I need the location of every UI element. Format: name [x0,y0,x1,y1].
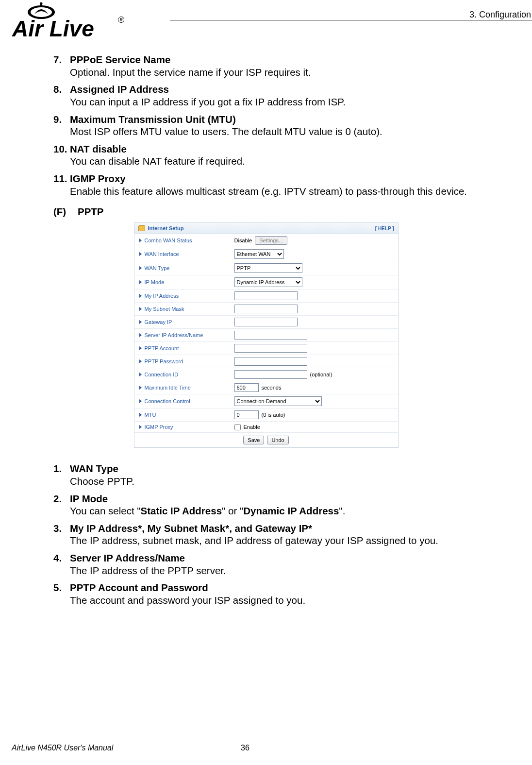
airlive-logo: Air Live ® [12,2,163,45]
chevron-right-icon [139,238,142,242]
item-body: The account and password your ISP assign… [53,594,479,607]
row-connctrl: Connection Control Connect-on-Demand [134,394,398,408]
chevron-right-icon [139,359,142,363]
item-title: Server IP Address/Name [70,552,185,563]
account-input[interactable] [234,344,307,353]
row-wan-type: WAN Type PPTP [134,261,398,275]
chevron-right-icon [139,294,142,298]
chevron-right-icon [139,413,142,417]
folder-icon [138,225,145,231]
item-number: 3. [53,522,70,535]
chevron-right-icon [139,386,142,390]
item-number: 5. [53,581,70,594]
wan-interface-select[interactable]: Ethernet WAN [234,249,284,259]
chevron-right-icon [139,252,142,256]
help-link[interactable]: [ HELP ] [375,226,394,231]
row-gateway: Gateway IP [134,316,398,329]
gateway-input[interactable] [234,318,298,326]
item-number: 1. [53,462,70,475]
list-item: 7.PPPoE Service NameOptional. Input the … [53,53,479,78]
connid-input[interactable] [234,370,307,379]
item-title: PPPoE Service Name [70,54,170,65]
combo-wan-status-text: Disable [234,238,252,243]
optional-label: (optional) [310,372,332,377]
wan-type-select[interactable]: PPTP [234,263,302,273]
header-rule [170,20,532,21]
list-item: 8.Assigned IP AddressYou can input a IP … [53,83,479,108]
server-input[interactable] [234,331,307,340]
item-number: 11. [53,172,70,185]
item-body: Most ISP offers MTU value to users. The … [53,125,479,138]
svg-text:®: ® [118,15,124,25]
footer-left: AirLive N450R User's Manual [12,744,113,752]
panel-footer: Save Undo [134,433,398,447]
mtu-hint: (0 is auto) [262,412,285,418]
panel-header: Internet Setup [ HELP ] [134,223,398,234]
item-title: My IP Address*, My Subnet Mask*, and Gat… [70,523,312,534]
seconds-label: seconds [262,385,282,391]
row-idle: Maximum Idle Time seconds [134,381,398,394]
row-password: PPTP Password [134,355,398,368]
list-item: 1.WAN TypeChoose PPTP. [53,462,479,487]
undo-button[interactable]: Undo [267,436,288,444]
chevron-right-icon [139,425,142,429]
row-combo-wan: Combo WAN Status Disable Settings... [134,234,398,247]
svg-rect-0 [40,4,42,7]
row-ip-mode: IP Mode Dynamic IP Address [134,275,398,289]
section-f-heading: (F)PPTP [53,206,479,218]
chevron-right-icon [139,280,142,284]
item-number: 9. [53,113,70,126]
item-number: 4. [53,552,70,564]
item-number: 8. [53,83,70,96]
chevron-right-icon [139,320,142,324]
password-input[interactable] [234,357,307,366]
row-account: PPTP Account [134,342,398,355]
item-title: IP Mode [70,493,108,504]
figure-wrap: Internet Setup [ HELP ] Combo WAN Status… [53,222,479,448]
my-mask-input[interactable] [234,305,298,313]
numbered-list-a: 7.PPPoE Service NameOptional. Input the … [53,53,479,197]
enable-label: Enable [244,424,260,430]
item-title: IGMP Proxy [70,173,126,184]
igmp-checkbox[interactable] [234,424,241,430]
idle-input[interactable] [234,383,259,392]
section-tag: 3. Configuration [469,10,531,20]
page-footer: AirLive N450R User's Manual 36 [12,744,479,752]
item-body: You can disable NAT feature if required. [53,155,479,168]
item-number: 10. [53,143,70,155]
list-item: 5.PPTP Account and PasswordThe account a… [53,581,479,606]
item-body: You can select "Static IP Address" or "D… [53,505,479,517]
item-body: Optional. Input the service name if your… [53,66,479,79]
list-item: 4.Server IP Address/NameThe IP address o… [53,552,479,577]
save-button[interactable]: Save [243,436,264,444]
ip-mode-select[interactable]: Dynamic IP Address [234,277,302,287]
item-title: PPTP Account and Password [70,582,208,593]
chevron-right-icon [139,373,142,376]
my-ip-input[interactable] [234,291,298,300]
item-body: Enable this feature allows multicast str… [53,185,479,198]
settings-button[interactable]: Settings... [255,236,287,245]
item-number: 7. [53,53,70,66]
row-my-mask: My Subnet Mask [134,303,398,316]
chevron-right-icon [139,399,142,403]
chevron-right-icon [139,333,142,337]
connctrl-select[interactable]: Connect-on-Demand [234,396,322,406]
list-item: 2.IP ModeYou can select "Static IP Addre… [53,493,479,517]
item-body: The IP address of the PPTP server. [53,564,479,577]
mtu-input[interactable] [234,410,259,419]
item-title: Maximum Transmission Unit (MTU) [70,114,236,125]
chevron-right-icon [139,266,142,270]
row-wan-interface: WAN Interface Ethernet WAN [134,247,398,261]
item-body: The IP address, subnet mask, and IP addr… [53,534,479,547]
list-item: 10.NAT disableYou can disable NAT featur… [53,143,479,168]
list-item: 3.My IP Address*, My Subnet Mask*, and G… [53,522,479,547]
page-header: Air Live ® 3. Configuration [53,0,479,53]
panel-title: Internet Setup [148,225,184,231]
item-number: 2. [53,493,70,505]
row-connid: Connection ID (optional) [134,368,398,381]
item-body: You can input a IP address if you got a … [53,96,479,108]
item-title: WAN Type [70,463,118,474]
chevron-right-icon [139,346,142,350]
row-igmp: IGMP Proxy Enable [134,422,398,433]
chevron-right-icon [139,307,142,311]
